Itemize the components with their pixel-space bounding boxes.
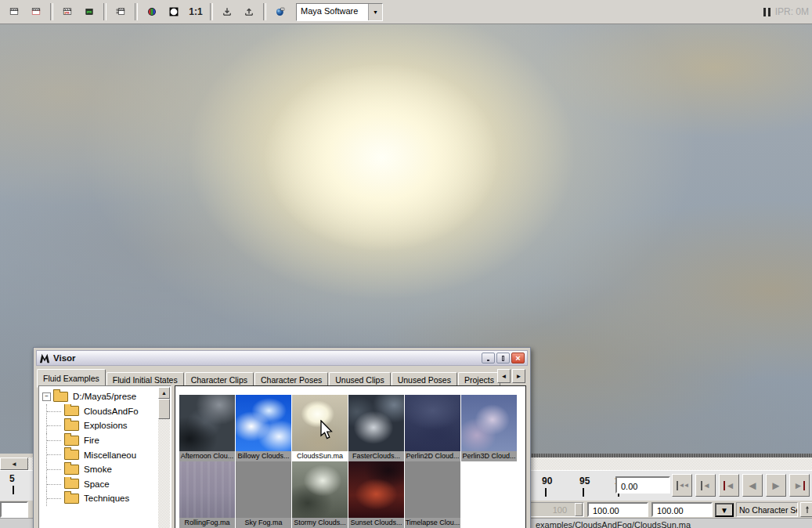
playback-glyph-icon: ◄◄: [679, 483, 688, 489]
tab-scroll-group: ◄ ►: [497, 369, 525, 383]
clapperboard-icon: [9, 5, 19, 19]
save-image-button[interactable]: [217, 2, 237, 22]
step-forward-frame-button[interactable]: ►: [789, 474, 810, 497]
folder-icon: [64, 436, 79, 446]
preset-preview-image[interactable]: [179, 461, 235, 518]
refresh-ipr-image-button[interactable]: IPR: [79, 2, 99, 22]
redo-previous-render-button[interactable]: [26, 2, 46, 22]
display-rgb-channels-button[interactable]: [142, 2, 162, 22]
time-tick-mark: [545, 488, 547, 497]
preset-thumbnail[interactable]: Stormy Clouds...: [292, 461, 348, 528]
scroll-left-icon: ◄: [11, 461, 17, 468]
render-current-frame-button[interactable]: [4, 2, 24, 22]
preset-thumbnail[interactable]: Timelapse Clou...: [405, 461, 460, 528]
go-to-start-button[interactable]: ◄◄: [672, 474, 692, 497]
snapshot-button[interactable]: [110, 2, 131, 22]
tree-item[interactable]: Explosions: [41, 418, 158, 433]
tree-item[interactable]: Techniques: [41, 491, 158, 506]
toolbar-separator: [263, 3, 266, 20]
play-backwards-button[interactable]: ◄: [742, 474, 763, 497]
preset-thumbnail[interactable]: Afternoon Clou...: [179, 395, 235, 461]
tree-root-row[interactable]: − D:/Maya5/prese: [41, 389, 158, 404]
preset-preview-image[interactable]: [348, 395, 404, 451]
preset-thumbnail[interactable]: Billowy Clouds...: [236, 395, 291, 461]
tab-scroll-right-button[interactable]: ►: [512, 369, 525, 383]
tab-scroll-left-button[interactable]: ◄: [497, 369, 511, 383]
svg-text:IPR: IPR: [64, 11, 70, 15]
alpha-channel-icon: [169, 3, 179, 20]
tab-scroll-right-icon: ►: [516, 373, 522, 380]
key-icon: [806, 506, 809, 513]
preset-label: Perlin3D Cloud...: [461, 451, 517, 461]
tree-item[interactable]: Fire: [41, 433, 158, 448]
auto-key-button[interactable]: [800, 502, 812, 517]
preset-label: Sunset Clouds...: [348, 518, 404, 528]
preset-label: FasterClouds...: [348, 451, 404, 461]
visor-title-bar[interactable]: Visor ×: [36, 350, 528, 366]
range-slider-handle[interactable]: [575, 503, 583, 516]
scroll-left-button[interactable]: ◄: [0, 457, 28, 470]
preset-preview-image[interactable]: [405, 395, 460, 451]
minimize-icon: [487, 360, 489, 361]
range-options-dropdown-button[interactable]: ▼: [715, 503, 734, 517]
character-set-field[interactable]: No Character Set: [736, 502, 798, 517]
step-back-frame-button[interactable]: ◄: [719, 474, 739, 497]
preset-thumbnail[interactable]: FasterClouds...: [348, 395, 404, 461]
preset-preview-image[interactable]: [461, 395, 517, 451]
preset-thumbnail[interactable]: Sunset Clouds...: [348, 461, 404, 528]
dropdown-arrow-icon[interactable]: ▼: [368, 4, 382, 20]
preset-label: Sky Fog.ma: [236, 518, 291, 528]
preset-preview-image[interactable]: [179, 395, 235, 451]
tree-scrollbar-thumb[interactable]: [158, 399, 170, 419]
toolbar-separator: [50, 3, 53, 20]
preset-label: Afternoon Clou...: [179, 451, 235, 461]
ipr-render-button[interactable]: IPR: [57, 2, 78, 22]
tab-scroll-left-icon: ◄: [501, 373, 507, 380]
display-render-globals-button[interactable]: [270, 2, 291, 22]
preset-thumbnail[interactable]: Sky Fog.ma: [236, 461, 291, 528]
ipr-image-icon: IPR: [85, 5, 94, 19]
tree-item[interactable]: CloudsAndFo: [41, 404, 158, 419]
playback-controls: ◄◄ ◄ ◄ ◄ ►: [672, 474, 812, 497]
preset-preview-image[interactable]: [236, 395, 291, 451]
time-tick-label: 90: [539, 476, 570, 486]
preset-preview-image[interactable]: [292, 395, 348, 451]
tree-item[interactable]: Smoke: [41, 462, 158, 477]
current-time-field[interactable]: [615, 476, 670, 494]
preset-preview-image[interactable]: [292, 461, 348, 518]
minimize-button[interactable]: [482, 353, 495, 363]
preset-label: CloudsSun.ma: [292, 451, 348, 461]
renderer-dropdown[interactable]: Maya Software ▼: [296, 3, 383, 21]
tree-item[interactable]: Space: [41, 477, 158, 492]
maximize-icon: [502, 356, 504, 361]
preset-thumbnail[interactable]: RollingFog.ma: [179, 461, 235, 528]
range-slider-end[interactable]: 100: [529, 502, 584, 517]
preset-preview-image[interactable]: [405, 461, 460, 518]
play-forwards-button[interactable]: ►: [766, 474, 786, 497]
playback-end-field[interactable]: [651, 502, 713, 517]
tree-item[interactable]: Miscellaneou: [41, 447, 158, 462]
time-tick: 90: [539, 476, 570, 497]
collapse-expander-icon[interactable]: −: [42, 392, 51, 401]
preset-label: Billowy Clouds...: [236, 451, 291, 461]
frame-marker-bar: [701, 481, 702, 490]
real-size-button[interactable]: 1:1: [186, 2, 206, 22]
preset-thumbnail[interactable]: Perlin3D Cloud...: [461, 395, 517, 461]
preset-preview-image[interactable]: [236, 461, 291, 518]
tree-scroll-up-button[interactable]: ▲: [158, 387, 170, 399]
open-image-button[interactable]: [239, 2, 259, 22]
preset-preview-image[interactable]: [348, 461, 404, 518]
svg-text:IPR: IPR: [87, 10, 92, 14]
preset-thumbnail[interactable]: Perlin2D Cloud...: [405, 395, 460, 461]
status-file-path: examples/CloudsAndFog/CloudsSun.ma: [536, 520, 691, 528]
window-title: Visor: [53, 353, 480, 363]
animation-start-field[interactable]: [0, 501, 28, 518]
tree-scrollbar[interactable]: ▲: [158, 387, 170, 528]
maximize-button[interactable]: [496, 353, 510, 363]
close-button[interactable]: ×: [511, 353, 525, 363]
pause-ipr-icon[interactable]: [763, 8, 770, 16]
step-back-key-button[interactable]: ◄: [695, 474, 716, 497]
preset-thumbnail[interactable]: CloudsSun.ma: [292, 395, 348, 461]
display-alpha-channel-button[interactable]: [164, 2, 184, 22]
playback-start-field[interactable]: [587, 502, 648, 517]
